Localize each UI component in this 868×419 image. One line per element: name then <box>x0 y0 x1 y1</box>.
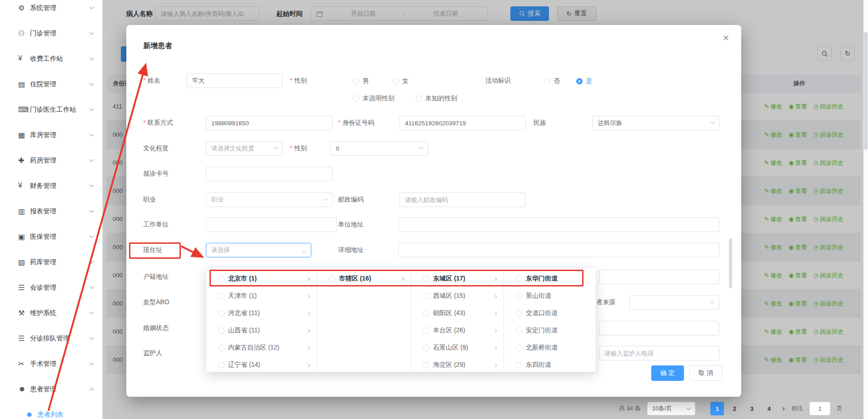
sidebar-item[interactable]: ▤ 住院管理 <box>0 71 102 97</box>
page-number-button[interactable]: 1 <box>710 402 724 415</box>
sidebar-item[interactable]: ▦ 库房管理 <box>0 122 102 148</box>
chevron-down-icon <box>90 335 94 340</box>
cascade-option[interactable]: 安定门街道 › <box>504 322 596 339</box>
page-number-button[interactable]: 2 <box>728 402 741 415</box>
cascade-option[interactable]: 天津市 (1) › <box>206 287 317 305</box>
sidebar-item-icon: ☰ <box>18 283 30 292</box>
cancel-button[interactable]: 取 消 <box>689 365 722 381</box>
cascade-option[interactable]: 石景山区 (9) › <box>411 339 504 356</box>
cascade-option[interactable]: 丰台区 (26) › <box>411 322 504 339</box>
cascade-option[interactable]: 山西省 (11) › <box>206 322 317 339</box>
marital-status-input[interactable] <box>599 321 719 335</box>
education-select[interactable]: 请选择文化程度 <box>206 141 283 156</box>
radio-icon <box>423 362 429 368</box>
work-unit-label: 工作单位 <box>143 221 169 229</box>
guardian-label: 监护人 <box>143 349 162 357</box>
active-flag-label: 活动标识 <box>485 77 511 85</box>
cascade-option[interactable]: 东城区 (17) › <box>411 270 504 287</box>
gender-unspecified-radio[interactable]: 未说明性别 <box>353 94 394 103</box>
page-number-button[interactable]: 3 <box>745 402 758 415</box>
idcard-input[interactable] <box>399 116 526 130</box>
sidebar-item[interactable]: ☻ 患者管理 <box>0 376 102 402</box>
work-unit-input[interactable] <box>206 217 337 232</box>
gender-female-radio[interactable]: 女 <box>393 77 409 85</box>
active-no-radio[interactable]: 否 <box>544 77 560 85</box>
confirm-button[interactable]: 确 定 <box>651 365 684 381</box>
detail-addr-input[interactable] <box>398 243 719 257</box>
active-yes-radio[interactable]: 是 <box>576 77 592 85</box>
chevron-down-icon <box>90 56 94 60</box>
cascade-option[interactable]: 辽宁省 (14) › <box>206 356 317 372</box>
sidebar-item[interactable]: ☰ 会诊管理 <box>0 275 102 300</box>
cascade-option[interactable]: 市辖区 (16) › <box>317 270 411 287</box>
close-icon[interactable]: ✕ <box>723 33 729 43</box>
sidebar-item[interactable]: ▥ 报表管理 <box>0 198 102 224</box>
unit-addr-input[interactable] <box>398 217 719 232</box>
radio-icon <box>423 276 429 282</box>
radio-icon <box>576 78 583 84</box>
ethnic-select[interactable]: 达斡尔族 <box>592 116 719 130</box>
postal-input[interactable] <box>399 192 526 207</box>
patient-icon: ☻ <box>25 410 37 419</box>
sidebar-item[interactable]: ☰ 分诊排队管理 <box>0 325 102 351</box>
next-page-button[interactable]: › <box>782 404 785 413</box>
scrollbar-thumb[interactable] <box>864 32 868 150</box>
prev-page-button[interactable]: ‹ <box>702 404 704 413</box>
cascade-option[interactable]: 河北省 (11) › <box>206 305 317 322</box>
page-size-select[interactable]: 10条/页 <box>647 402 695 415</box>
sidebar-item[interactable]: ⚇ 门诊管理 <box>0 20 102 46</box>
radio-icon <box>423 345 429 351</box>
contact-input[interactable] <box>206 116 333 130</box>
sidebar-item[interactable]: ▣ 医保管理 <box>0 224 102 249</box>
cascade-option[interactable]: 交道口街道 › <box>504 305 596 322</box>
cascade-street-column: 东华门街道 › 景山街道 › 交道口街道 › 安定门街道 <box>504 267 596 372</box>
gender-unknown-radio[interactable]: 未知的性别 <box>416 94 457 103</box>
chevron-down-icon <box>90 361 94 365</box>
cascade-option[interactable]: 内蒙古自治区 (12) › <box>206 339 317 356</box>
sidebar-item[interactable]: ¥ 收费工作站 <box>0 46 102 71</box>
patient-source-select[interactable] <box>629 295 719 310</box>
address-cascade-dropdown: 北京市 (1) › 天津市 (1) › 河北省 (11) › 山 <box>206 267 596 372</box>
sidebar-item-icon: ¥ <box>18 54 30 63</box>
cascade-option[interactable]: 景山街道 › <box>504 287 596 305</box>
sidebar-item-icon: ⚒ <box>18 309 30 317</box>
sidebar-item[interactable]: ✚ 药房管理 <box>0 148 102 173</box>
gender2-select[interactable]: 0 <box>330 141 428 156</box>
gender-male-radio[interactable]: 男 <box>353 77 369 85</box>
page-number-button[interactable]: 4 <box>762 402 776 415</box>
cascade-option[interactable]: 北京市 (1) › <box>206 270 317 287</box>
sidebar-item[interactable]: ¥ 财务管理 <box>0 173 102 198</box>
chevron-down-icon <box>686 406 691 410</box>
cascade-option[interactable]: 海淀区 (29) › <box>411 356 504 372</box>
goto-page-input[interactable] <box>809 402 830 415</box>
current-addr-select[interactable]: 请选择 <box>206 243 311 257</box>
modal-scrollbar-thumb[interactable] <box>729 238 732 288</box>
household-addr-input[interactable] <box>599 270 719 284</box>
current-addr-label: 现住址 <box>143 246 162 254</box>
sidebar-item-patient-list[interactable]: ☻ 患者列表 <box>0 402 102 419</box>
chevron-down-icon <box>90 132 94 137</box>
visit-card-input[interactable] <box>206 167 333 181</box>
sidebar-item[interactable]: ✂ 手术管理 <box>0 351 102 376</box>
app-root: { "colors": { "primary": "#409eff", "suc… <box>0 0 868 419</box>
sidebar-item[interactable]: ⚒ 维护系统 <box>0 300 102 325</box>
page-scrollbar[interactable] <box>863 0 868 419</box>
cascade-option[interactable]: 东华门街道 › <box>504 270 596 287</box>
radio-icon <box>329 276 335 282</box>
guardian-phone-input[interactable] <box>599 346 719 360</box>
sidebar-item[interactable]: ▨ 药库管理 <box>0 249 102 275</box>
chevron-down-icon <box>90 107 94 111</box>
radio-icon <box>218 293 224 299</box>
sidebar-item[interactable]: ⚙ 系统管理 <box>0 0 102 20</box>
unit-addr-label: 单位地址 <box>338 221 364 229</box>
cascade-option[interactable]: 北新桥街道 › <box>504 339 596 356</box>
radio-icon <box>218 276 224 282</box>
name-input[interactable] <box>187 74 283 88</box>
cascade-option[interactable]: 东四街道 › <box>504 356 596 372</box>
detail-addr-label: 详细地址 <box>338 246 364 254</box>
sidebar-item-label: 报表管理 <box>30 207 90 216</box>
sidebar-item[interactable]: ⌨ 门诊医生工作站 <box>0 97 102 122</box>
occupation-select[interactable]: 职业 <box>206 192 333 207</box>
cascade-option[interactable]: 朝阳区 (43) › <box>411 305 504 322</box>
cascade-option[interactable]: 西城区 (15) › <box>411 287 504 305</box>
